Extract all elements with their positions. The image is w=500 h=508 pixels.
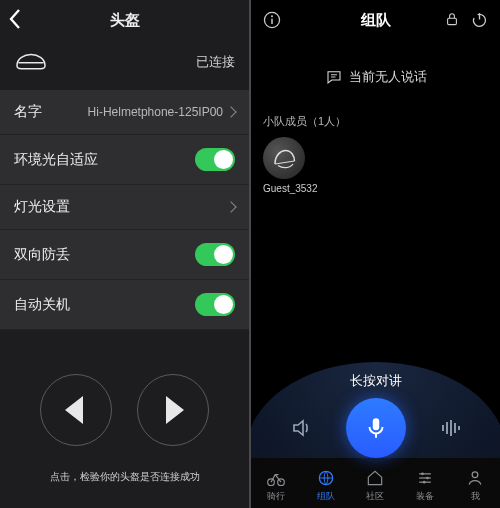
home-icon [365, 468, 385, 488]
members-title: 小队成员（1人） [263, 114, 488, 129]
row-ambient-label: 环境光自适应 [14, 151, 98, 169]
right-body: 当前无人说话 小队成员（1人） Guest_3532 [251, 40, 500, 194]
settings-list: 名字 Hi-Helmetphone-125IP00 环境光自适应 灯光设置 双向… [0, 90, 249, 330]
nav-circles [0, 374, 249, 446]
chat-bubble-icon [325, 68, 343, 86]
svg-rect-2 [271, 19, 272, 24]
bottom-tabs: 骑行 组队 社区 装备 我 [251, 458, 500, 508]
row-light-settings[interactable]: 灯光设置 [0, 185, 249, 230]
row-anti-lost: 双向防丢 [0, 230, 249, 280]
person-icon [465, 468, 485, 488]
tab-team-label: 组队 [317, 490, 335, 503]
waveform-icon[interactable] [438, 416, 462, 440]
svg-rect-9 [372, 418, 379, 430]
chevron-right-icon [225, 201, 236, 212]
tab-community[interactable]: 社区 [365, 468, 385, 503]
ambient-toggle[interactable] [195, 148, 235, 171]
prev-button[interactable] [40, 374, 112, 446]
left-title: 头盔 [110, 11, 140, 30]
row-name-value: Hi-Helmetphone-125IP00 [88, 105, 235, 119]
row-auto-power: 自动关机 [0, 280, 249, 330]
right-title: 组队 [361, 11, 391, 30]
mic-icon [363, 415, 389, 441]
right-header: 组队 [251, 0, 500, 40]
antilost-toggle[interactable] [195, 243, 235, 266]
sliders-icon [415, 468, 435, 488]
member-name: Guest_3532 [263, 183, 488, 194]
svg-point-22 [421, 472, 424, 475]
triangle-left-icon [65, 396, 83, 424]
tab-team[interactable]: 组队 [316, 468, 336, 503]
bike-icon [266, 468, 286, 488]
triangle-right-icon [166, 396, 184, 424]
ptt-area: 长按对讲 [251, 372, 500, 458]
row-autopower-label: 自动关机 [14, 296, 70, 314]
row-name-label: 名字 [14, 103, 42, 121]
svg-point-3 [271, 15, 273, 17]
speaking-status-text: 当前无人说话 [349, 68, 427, 86]
svg-rect-4 [448, 18, 457, 24]
ptt-label: 长按对讲 [251, 372, 500, 390]
speaking-status: 当前无人说话 [263, 68, 488, 86]
tab-ride-label: 骑行 [267, 490, 285, 503]
avatar [263, 137, 305, 179]
tab-gear-label: 装备 [416, 490, 434, 503]
next-button[interactable] [137, 374, 209, 446]
tab-ride[interactable]: 骑行 [266, 468, 286, 503]
speaker-icon[interactable] [290, 416, 314, 440]
device-status: 已连接 [196, 53, 235, 71]
tab-me-label: 我 [471, 490, 480, 503]
hint-text: 点击，检验你的头盔是否连接成功 [0, 470, 249, 484]
ptt-mic-button[interactable] [346, 398, 406, 458]
member-item[interactable]: Guest_3532 [263, 137, 488, 194]
back-icon[interactable] [8, 8, 22, 33]
tab-me[interactable]: 我 [465, 468, 485, 503]
chevron-right-icon [225, 106, 236, 117]
helmet-icon [14, 52, 48, 72]
row-antilost-label: 双向防丢 [14, 246, 70, 264]
row-ambient-light: 环境光自适应 [0, 135, 249, 185]
row-name[interactable]: 名字 Hi-Helmetphone-125IP00 [0, 90, 249, 135]
left-header: 头盔 [0, 0, 249, 40]
row-light-label: 灯光设置 [14, 198, 70, 216]
svg-point-16 [268, 478, 275, 485]
svg-point-23 [426, 476, 429, 479]
tab-gear[interactable]: 装备 [415, 468, 435, 503]
info-icon[interactable] [263, 11, 281, 29]
svg-point-24 [423, 480, 426, 483]
svg-point-25 [472, 471, 478, 477]
device-row: 已连接 [0, 40, 249, 84]
autopower-toggle[interactable] [195, 293, 235, 316]
team-screen: 组队 当前无人说话 小队成员（1人） Guest_3532 [251, 0, 500, 508]
lock-icon[interactable] [444, 11, 460, 27]
helmet-settings-screen: 头盔 已连接 名字 Hi-Helmetphone-125IP00 环境光自适应 … [0, 0, 251, 508]
power-icon[interactable] [471, 11, 488, 28]
globe-icon [316, 468, 336, 488]
tab-community-label: 社区 [366, 490, 384, 503]
